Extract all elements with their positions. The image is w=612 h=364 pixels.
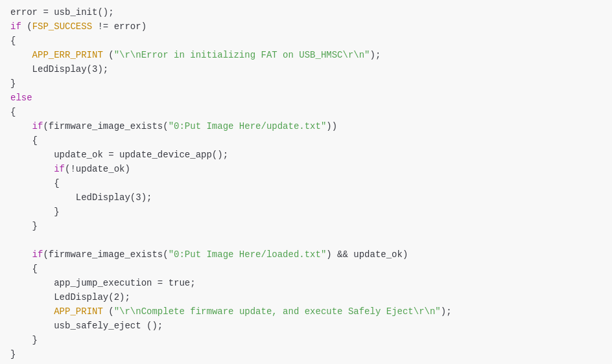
code-line: LedDisplay(2); <box>10 290 602 304</box>
code-line: { <box>10 262 602 276</box>
code-line: app_jump_execution = true; <box>10 276 602 290</box>
code-line: { <box>10 105 602 119</box>
code-line: update_ok = update_device_app(); <box>10 148 602 162</box>
code-line: usb_safely_eject (); <box>10 319 602 333</box>
code-line: } <box>10 76 602 91</box>
code-line: APP_PRINT ("\r\nComplete firmware update… <box>10 304 602 319</box>
code-line: } <box>10 347 602 361</box>
code-line: { <box>10 176 602 190</box>
code-line: } <box>10 219 602 233</box>
code-line: if(!update_ok) <box>10 162 602 176</box>
code-line: LedDisplay(3); <box>10 190 602 205</box>
code-line: } <box>10 205 602 219</box>
code-line: if(firmware_image_exists("0:Put Image He… <box>10 119 602 133</box>
code-container: error = usb_init(); if (FSP_SUCCESS != e… <box>0 0 612 364</box>
code-line: else <box>10 91 602 105</box>
code-line: { <box>10 133 602 148</box>
code-line <box>10 233 602 247</box>
code-line: { <box>10 34 602 48</box>
code-line: if (FSP_SUCCESS != error) <box>10 19 602 34</box>
code-line: LedDisplay(3); <box>10 62 602 76</box>
code-line: if(firmware_image_exists("0:Put Image He… <box>10 247 602 262</box>
code-block: error = usb_init(); if (FSP_SUCCESS != e… <box>10 5 602 361</box>
code-line: error = usb_init(); <box>10 5 602 19</box>
code-line: } <box>10 333 602 347</box>
code-line: APP_ERR_PRINT ("\r\nError in initializin… <box>10 48 602 62</box>
